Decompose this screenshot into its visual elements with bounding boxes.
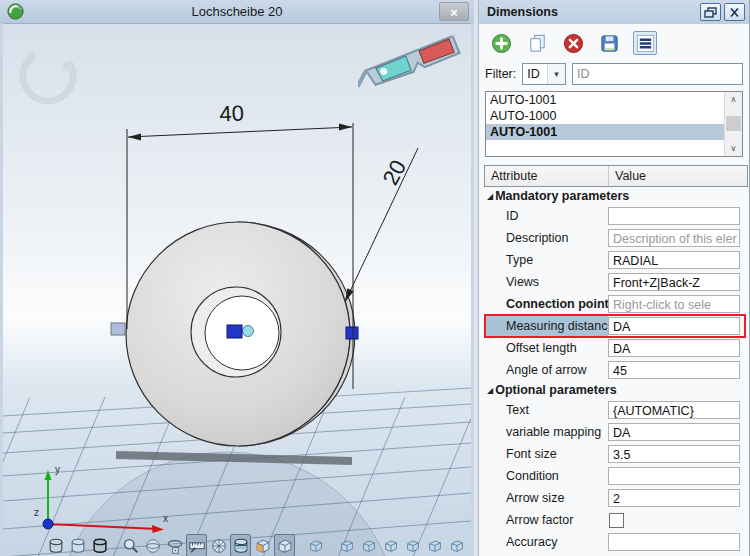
value-input[interactable]: RADIAL [608, 251, 740, 269]
right-handle[interactable] [346, 327, 358, 339]
attribute-label: Views [484, 271, 608, 293]
attribute-row[interactable]: TypeRADIAL [484, 249, 748, 271]
filter-combobox[interactable]: ID ▾ [522, 63, 566, 85]
attribute-row[interactable]: variable mappingDA [484, 421, 748, 443]
value-input[interactable]: DA [608, 339, 740, 357]
attribute-row[interactable]: Accuracy [484, 531, 748, 553]
value-input[interactable] [608, 207, 740, 225]
attribute-label: Type [484, 249, 608, 271]
value-input[interactable]: {AUTOMATIC} [608, 401, 740, 419]
value-input[interactable]: 2 [608, 489, 740, 507]
view-orientation-7-icon[interactable] [446, 534, 467, 556]
filter-row: Filter: ID ▾ [479, 61, 749, 85]
render-outline-cylinder-icon[interactable] [89, 534, 110, 556]
attribute-column-header[interactable]: Attribute [485, 166, 609, 186]
attribute-row[interactable]: Condition [484, 465, 748, 487]
value-input[interactable]: Right-click to sele [608, 295, 740, 313]
cube-view-icon[interactable] [274, 534, 295, 556]
delete-button[interactable] [561, 31, 585, 55]
attribute-row[interactable]: DescriptionDescription of this eler [484, 227, 748, 249]
attribute-label: Arrow size [484, 487, 608, 509]
value-column-header[interactable]: Value [609, 166, 747, 186]
rotate-sphere-tool-icon[interactable] [142, 534, 163, 556]
close-panel-button[interactable] [724, 3, 745, 21]
value-input[interactable]: 45 [608, 361, 740, 379]
view-orientation-3-icon[interactable] [358, 534, 379, 556]
center-snap-dot [243, 326, 254, 337]
value-input[interactable]: Description of this eler [608, 229, 740, 247]
attribute-row[interactable]: Arrow factor [484, 509, 748, 531]
float-panel-button[interactable] [700, 3, 721, 21]
left-handle[interactable] [111, 323, 125, 335]
attribute-row[interactable]: Offset lengthDA [484, 337, 748, 359]
attribute-row[interactable]: ViewsFront+Z|Back-Z [484, 271, 748, 293]
viewport-toolbar [45, 534, 471, 556]
expander-icon[interactable]: ◢ [487, 192, 493, 201]
list-item[interactable]: AUTO-1001 [486, 92, 725, 108]
list-scrollbar[interactable]: ∧ ∨ [724, 92, 742, 156]
scene-3d: 40 20 y x z [3, 24, 471, 556]
value-input[interactable] [608, 533, 740, 551]
value-input[interactable]: Front+Z|Back-Z [608, 273, 740, 291]
section-cylinder-view-icon[interactable] [230, 534, 251, 556]
save-button[interactable] [597, 31, 621, 55]
checkbox[interactable] [609, 513, 624, 528]
expander-icon[interactable]: ◢ [487, 386, 493, 395]
list-item[interactable]: AUTO-1001 [486, 124, 725, 140]
list-view-button[interactable] [633, 31, 657, 55]
scroll-up-icon[interactable]: ∧ [725, 92, 742, 107]
view-orientation-1-icon[interactable] [305, 534, 326, 556]
dimensions-panel: Dimensions [478, 0, 750, 556]
measure-tool-icon[interactable] [186, 534, 207, 556]
attribute-row[interactable]: Text{AUTOMATIC} [484, 399, 748, 421]
table-header: Attribute Value [484, 165, 748, 187]
parameter-group-row[interactable]: ◢Optional parameters [484, 381, 748, 399]
attribute-rows: ◢Mandatory parametersIDDescriptionDescri… [484, 187, 748, 553]
view-orientation-8-icon[interactable] [468, 534, 471, 556]
value-input[interactable]: DA [608, 423, 740, 441]
orbit-tool-icon[interactable] [164, 534, 185, 556]
panel-title: Dimensions [487, 5, 697, 19]
copy-button[interactable] [525, 31, 549, 55]
mesh-view-icon[interactable] [208, 534, 229, 556]
view-orientation-4-icon[interactable] [380, 534, 401, 556]
parameter-group-row[interactable]: ◢Mandatory parameters [484, 187, 748, 205]
attribute-label: Font size [484, 443, 608, 465]
view-orientation-5-icon[interactable] [402, 534, 423, 556]
render-shaded-cylinder-icon[interactable] [67, 534, 88, 556]
group-label: Optional parameters [495, 383, 617, 397]
list-item[interactable]: AUTO-1000 [486, 108, 725, 124]
attribute-row[interactable]: ID [484, 205, 748, 227]
attribute-row[interactable]: Connection pointRight-click to sele [484, 293, 748, 315]
center-handle[interactable] [227, 325, 242, 338]
attribute-label: Angle of arrow [484, 359, 608, 381]
attribute-label: Accuracy [484, 531, 608, 553]
scroll-down-icon[interactable]: ∨ [725, 141, 742, 156]
viewer-close-button[interactable]: × [439, 2, 469, 21]
page: Lochscheibe 20 × [0, 0, 750, 556]
scroll-thumb[interactable] [726, 116, 741, 131]
view-orientation-2-icon[interactable] [336, 534, 357, 556]
filter-label: Filter: [485, 67, 516, 81]
dropdown-arrow-icon[interactable]: ▾ [547, 64, 565, 84]
zoom-tool-icon[interactable] [120, 534, 141, 556]
view-orientation-6-icon[interactable] [424, 534, 445, 556]
filter-selected-value: ID [523, 67, 547, 81]
render-wireframe-cylinder-icon[interactable] [45, 534, 66, 556]
attribute-row[interactable]: Font size3.5 [484, 443, 748, 465]
viewport-3d[interactable]: 40 20 y x z [3, 23, 471, 556]
dim-width-label: 40 [219, 100, 245, 126]
attribute-label: Condition [484, 465, 608, 487]
dimension-list[interactable]: ∧ ∨ AUTO-1001AUTO-1000AUTO-1001 [485, 91, 743, 157]
value-input[interactable]: DA [608, 317, 740, 335]
value-input[interactable]: 3.5 [608, 445, 740, 463]
attribute-row[interactable]: Angle of arrow45 [484, 359, 748, 381]
anaglyph-glasses-icon[interactable] [358, 34, 466, 96]
add-button[interactable] [489, 31, 513, 55]
attribute-row[interactable]: Arrow size2 [484, 487, 748, 509]
clip-plane-view-icon[interactable] [252, 534, 273, 556]
attribute-row[interactable]: Measuring distanceDA [484, 315, 748, 337]
attribute-label: Measuring distance [484, 315, 608, 337]
filter-search-input[interactable] [572, 63, 743, 85]
value-input[interactable] [608, 467, 740, 485]
